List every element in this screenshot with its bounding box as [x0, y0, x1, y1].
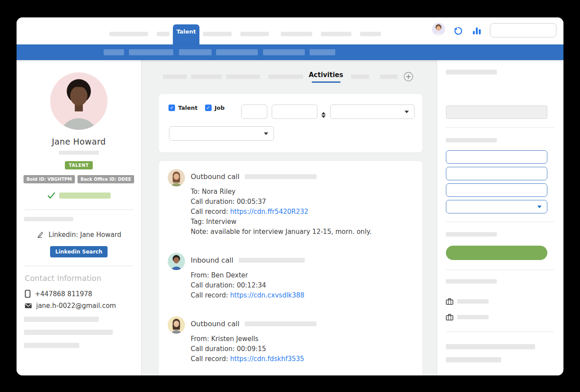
person-silhouette — [168, 253, 185, 270]
placeholder-bar — [24, 317, 99, 322]
activity-duration: Call duration: 00:12:34 — [191, 282, 305, 289]
activity-item: Inbound call From: Ben Dexter Call durat… — [168, 253, 412, 302]
job-row[interactable] — [446, 314, 554, 321]
activity-filter-card: ✓ Talent ✓ Job — [159, 94, 422, 152]
activity-duration: Call duration: 00:09:15 — [191, 345, 317, 352]
contact-information-heading: Contact Information — [25, 274, 101, 283]
tab-placeholder[interactable] — [351, 74, 369, 79]
sort-order-icon[interactable] — [321, 112, 326, 118]
bold-id-badge: Bold ID: VBGHTPM — [24, 175, 75, 183]
nav-placeholder[interactable] — [281, 32, 312, 36]
active-tab-underline — [312, 81, 341, 83]
bar-chart-icon[interactable] — [472, 26, 482, 36]
linkedin-row: Linkedin: Jane Howard — [37, 231, 121, 239]
readonly-field[interactable] — [446, 105, 547, 119]
nav-placeholder[interactable] — [360, 32, 381, 36]
tab-talent[interactable]: Talent — [173, 24, 199, 44]
detail-input-1[interactable] — [446, 150, 547, 164]
filter-value-input[interactable] — [272, 105, 317, 119]
filter-type-dropdown[interactable] — [330, 105, 415, 119]
record-label: Call record: — [191, 208, 228, 216]
call-record-link[interactable]: https://cdn.cxvsdlk388 — [230, 291, 305, 299]
divider — [25, 266, 133, 266]
sub-navigation-bar — [17, 44, 563, 60]
main-content: Activities ✓ Talent ✓ Job — [142, 60, 437, 375]
tab-placeholder[interactable] — [226, 74, 260, 79]
nav-placeholder[interactable] — [109, 32, 148, 36]
profile-name: Jane Howard — [52, 137, 106, 146]
talent-checkbox[interactable]: ✓ — [169, 105, 175, 111]
subnav-placeholder[interactable] — [216, 49, 258, 55]
detail-dropdown[interactable] — [446, 200, 547, 213]
user-avatar[interactable] — [432, 23, 445, 36]
talent-checkbox-label[interactable]: Talent — [178, 105, 198, 111]
subnav-placeholder[interactable] — [263, 49, 305, 55]
activity-title: Inbound call — [191, 256, 233, 264]
activity-from: From: Kristen Jewells — [191, 335, 317, 342]
global-search-input[interactable] — [490, 23, 556, 37]
edit-icon[interactable] — [37, 231, 44, 239]
call-record-link[interactable]: https://cdn.ffr5420R232 — [230, 208, 309, 216]
verified-row — [47, 192, 111, 199]
app-window: Talent — [17, 17, 563, 375]
activity-record: Call record: https://cdn.ffr5420R232 — [191, 208, 371, 215]
phone-row: +447868 811978 — [25, 290, 92, 298]
activity-to: To: Nora Riley — [191, 188, 371, 195]
record-label: Call record: — [191, 355, 228, 363]
activity-title: Outbound call — [191, 172, 239, 181]
caller-avatar — [168, 253, 185, 270]
add-tab-icon[interactable] — [404, 72, 413, 81]
refresh-icon[interactable] — [453, 25, 463, 36]
activity-tag: Tag: Interview — [191, 218, 371, 225]
placeholder-bar — [446, 344, 535, 349]
linkedin-search-button[interactable]: Linkedin Search — [50, 246, 108, 257]
activity-from: From: Ben Dexter — [191, 272, 305, 279]
tab-placeholder[interactable] — [380, 74, 398, 79]
phone-number: +447868 811978 — [35, 290, 92, 298]
briefcase-icon — [446, 298, 453, 305]
briefcase-icon — [446, 314, 453, 321]
person-silhouette — [50, 72, 108, 130]
job-checkbox[interactable]: ✓ — [205, 105, 212, 111]
detail-input-2[interactable] — [446, 167, 547, 180]
nav-placeholder[interactable] — [157, 32, 169, 36]
placeholder-bar — [446, 279, 497, 284]
person-silhouette — [168, 169, 185, 186]
job-row[interactable] — [446, 298, 554, 305]
nav-placeholder[interactable] — [321, 32, 351, 36]
tab-placeholder[interactable] — [268, 74, 303, 79]
divider — [446, 331, 554, 332]
call-record-link[interactable]: https://cdn.fdskhf3535 — [230, 355, 304, 363]
placeholder-bar — [446, 232, 497, 237]
chevron-down-icon — [264, 132, 268, 135]
tab-activities[interactable]: Activities — [309, 71, 343, 83]
checkbox-check: ✓ — [170, 105, 174, 110]
detail-input-3[interactable] — [446, 183, 547, 197]
profile-sidebar: Jane Howard TALENT Bold ID: VBGHTPM Back… — [17, 60, 142, 375]
placeholder-bar — [446, 70, 497, 74]
tab-talent-label: Talent — [176, 28, 196, 35]
nav-placeholder[interactable] — [240, 32, 269, 36]
tab-placeholder[interactable] — [163, 74, 187, 79]
job-checkbox-label[interactable]: Job — [215, 105, 225, 111]
placeholder-bar — [24, 343, 79, 348]
filter-category-dropdown[interactable] — [169, 126, 274, 141]
mail-icon — [25, 303, 32, 308]
submit-button[interactable] — [446, 246, 547, 260]
subnav-placeholder[interactable] — [310, 49, 335, 55]
subnav-placeholder[interactable] — [104, 49, 124, 55]
caller-avatar — [168, 169, 185, 186]
activity-record: Call record: https://cdn.cxvsdlk388 — [191, 292, 305, 299]
placeholder-bar — [446, 357, 501, 362]
placeholder-bar — [239, 258, 305, 263]
email-row: jane.h-0022@gmail.com — [25, 302, 116, 310]
filter-checkboxes: ✓ Talent ✓ Job — [169, 105, 229, 111]
record-tabs: Activities — [142, 60, 437, 85]
filter-count-input[interactable] — [241, 105, 267, 119]
tab-placeholder[interactable] — [191, 74, 222, 79]
nav-placeholder[interactable] — [203, 32, 232, 36]
activity-record: Call record: https://cdn.fdskhf3535 — [191, 355, 317, 362]
tab-activities-label: Activities — [309, 71, 343, 79]
subnav-placeholder[interactable] — [129, 49, 173, 55]
subnav-placeholder[interactable] — [179, 49, 212, 55]
